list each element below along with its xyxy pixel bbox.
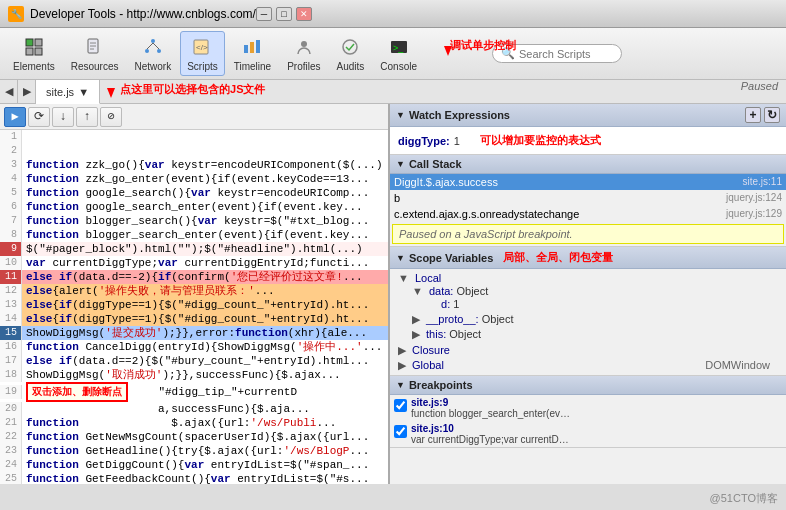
watch-expressions-header[interactable]: ▼ Watch Expressions + ↻ xyxy=(390,104,786,127)
svg-line-11 xyxy=(147,43,153,49)
code-line: 3 function zzk_go(){var keystr=encodeURI… xyxy=(0,158,388,172)
scope-d: d: 1 xyxy=(426,297,778,311)
scope-local-toggle[interactable]: ▼ xyxy=(398,272,409,284)
watch-expressions-section: ▼ Watch Expressions + ↻ diggType: 1 可以增加… xyxy=(390,104,786,155)
tab-resources[interactable]: Resources xyxy=(64,31,126,76)
profiles-label: Profiles xyxy=(287,61,320,72)
scope-variables-section: ▼ Scope Variables 局部、全局、闭包变量 ▼ Local ▼ d… xyxy=(390,247,786,376)
tab-sitejs[interactable]: site.js ▼ xyxy=(36,80,100,104)
tab-bar: ◀ ▶ site.js ▼ 点这里可以选择包含的JS文件 Paused xyxy=(0,80,786,104)
console-icon: >_ xyxy=(387,35,411,59)
code-line: 21 function $.ajax({url:'/ws/Publi... xyxy=(0,416,388,430)
annotation-add-expression: 可以增加要监控的表达式 xyxy=(480,133,601,148)
svg-rect-16 xyxy=(250,42,254,53)
annotation-scope-vars: 局部、全局、闭包变量 xyxy=(503,250,613,265)
callstack-file: jquery.js:129 xyxy=(726,208,782,219)
debug-toolbar: ▶ ⟳ ↓ ↑ ⊘ xyxy=(0,104,388,130)
resources-label: Resources xyxy=(71,61,119,72)
watch-item: diggType: 1 可以增加要监控的表达式 xyxy=(398,131,778,150)
code-panel: ▶ ⟳ ↓ ↑ ⊘ 1 2 3 function zzk_go(){var ke… xyxy=(0,104,390,484)
svg-point-19 xyxy=(343,40,357,54)
code-line: 8 function blogger_search_enter(event){i… xyxy=(0,228,388,242)
watermark: @51CTO博客 xyxy=(710,491,778,506)
scope-global: ▶ Global DOMWindow xyxy=(398,358,778,373)
scope-toggle-icon: ▼ xyxy=(396,253,405,263)
svg-text:</>: </> xyxy=(196,43,208,52)
call-stack-body: DiggIt.$.ajax.success site.js:11 b jquer… xyxy=(390,174,786,244)
code-line: 23 function GetHeadline(){try{$.ajax({ur… xyxy=(0,444,388,458)
svg-rect-0 xyxy=(26,39,33,46)
code-line-current: 15 ShowDiggMsg('提交成功');}},error:function… xyxy=(0,326,388,340)
code-line: 19 双击添加、删除断点 "#digg_tip_"+currentD xyxy=(0,382,388,402)
callstack-item[interactable]: b jquery.js:124 xyxy=(390,190,786,206)
code-line: 17 else if(data.d==2){$("#bury_count_"+e… xyxy=(0,354,388,368)
tab-profiles[interactable]: Profiles xyxy=(280,31,327,76)
code-line: 11 else if(data.d==-2){if(confirm('您已经评价… xyxy=(0,270,388,284)
tab-scripts[interactable]: </> Scripts xyxy=(180,31,225,76)
watch-add-button[interactable]: + xyxy=(745,107,761,123)
scope-data: ▼ data: Object d: 1 xyxy=(412,284,778,312)
breakpoint-checkbox[interactable] xyxy=(394,425,407,438)
right-panel: ▼ Watch Expressions + ↻ diggType: 1 可以增加… xyxy=(390,104,786,484)
annotation-breakpoint-box: 双击添加、删除断点 xyxy=(26,382,128,402)
tab-network[interactable]: Network xyxy=(128,31,179,76)
tab-audits[interactable]: Audits xyxy=(330,31,372,76)
code-line: 6 function google_search_enter(event){if… xyxy=(0,200,388,214)
code-line: 5 function google_search(){var keystr=en… xyxy=(0,186,388,200)
scope-variables-header[interactable]: ▼ Scope Variables 局部、全局、闭包变量 xyxy=(390,247,786,269)
code-line: 1 xyxy=(0,130,388,144)
scope-proto-toggle[interactable]: ▶ xyxy=(412,313,420,325)
scope-this-toggle[interactable]: ▶ xyxy=(412,328,420,340)
debug-play-button[interactable]: ▶ xyxy=(4,107,26,127)
main-toolbar: Elements Resources Network </> Scripts T… xyxy=(0,28,786,80)
tab-prev-button[interactable]: ◀ xyxy=(0,80,18,103)
tab-console[interactable]: >_ Console xyxy=(373,31,424,76)
window-title: Developer Tools - http://www.cnblogs.com… xyxy=(30,7,256,21)
callstack-func: c.extend.ajax.g.s.onreadystatechange xyxy=(394,208,579,220)
tab-dropdown-icon[interactable]: ▼ xyxy=(78,86,89,98)
call-stack-header[interactable]: ▼ Call Stack xyxy=(390,155,786,174)
svg-rect-1 xyxy=(35,39,42,46)
timeline-label: Timeline xyxy=(234,61,271,72)
callstack-item[interactable]: c.extend.ajax.g.s.onreadystatechange jqu… xyxy=(390,206,786,222)
elements-label: Elements xyxy=(13,61,55,72)
tab-timeline[interactable]: Timeline xyxy=(227,31,278,76)
code-line: 9 $("#pager_block").html("");$("#headlin… xyxy=(0,242,388,256)
breakpoint-item: site.js:10 var currentDiggType;var curre… xyxy=(390,421,786,447)
callstack-file: site.js:11 xyxy=(743,176,782,187)
callstack-toggle-icon: ▼ xyxy=(396,159,405,169)
callstack-item-active[interactable]: DiggIt.$.ajax.success site.js:11 xyxy=(390,174,786,190)
tab-next-button[interactable]: ▶ xyxy=(18,80,36,103)
timeline-icon xyxy=(240,35,264,59)
svg-point-8 xyxy=(151,39,155,43)
audits-icon xyxy=(338,35,362,59)
scope-data-toggle[interactable]: ▼ xyxy=(412,285,423,297)
maximize-button[interactable]: □ xyxy=(276,7,292,21)
callstack-func: DiggIt.$.ajax.success xyxy=(394,176,498,188)
watch-refresh-button[interactable]: ↻ xyxy=(764,107,780,123)
breakpoints-title: Breakpoints xyxy=(409,379,473,391)
scope-tree: ▼ Local ▼ data: Object d: 1 xyxy=(390,269,786,375)
code-line: 24 function GetDiggCount(){var entryIdLi… xyxy=(0,458,388,472)
window-controls: ─ □ ✕ xyxy=(256,7,312,21)
breakpoints-header[interactable]: ▼ Breakpoints xyxy=(390,376,786,395)
minimize-button[interactable]: ─ xyxy=(256,7,272,21)
breakpoint-item: site.js:9 function blogger_search_enter(… xyxy=(390,395,786,421)
debug-step-out-button[interactable]: ↑ xyxy=(76,107,98,127)
close-button[interactable]: ✕ xyxy=(296,7,312,21)
svg-line-12 xyxy=(153,43,159,49)
audits-label: Audits xyxy=(337,61,365,72)
network-label: Network xyxy=(135,61,172,72)
debug-step-over-button[interactable]: ⟳ xyxy=(28,107,50,127)
debug-step-into-button[interactable]: ↓ xyxy=(52,107,74,127)
search-scripts-input[interactable] xyxy=(519,48,609,60)
annotation-debug-control: 调试单步控制 xyxy=(450,38,516,53)
scope-closure-toggle[interactable]: ▶ xyxy=(398,344,406,356)
callstack-file: jquery.js:124 xyxy=(726,192,782,203)
tab-elements[interactable]: Elements xyxy=(6,31,62,76)
scope-global-toggle[interactable]: ▶ xyxy=(398,359,406,371)
breakpoint-checkbox[interactable] xyxy=(394,399,407,412)
code-line: 13 else{if(diggType==1){$("#digg_count_"… xyxy=(0,298,388,312)
call-stack-title: Call Stack xyxy=(409,158,462,170)
debug-deactivate-button[interactable]: ⊘ xyxy=(100,107,122,127)
